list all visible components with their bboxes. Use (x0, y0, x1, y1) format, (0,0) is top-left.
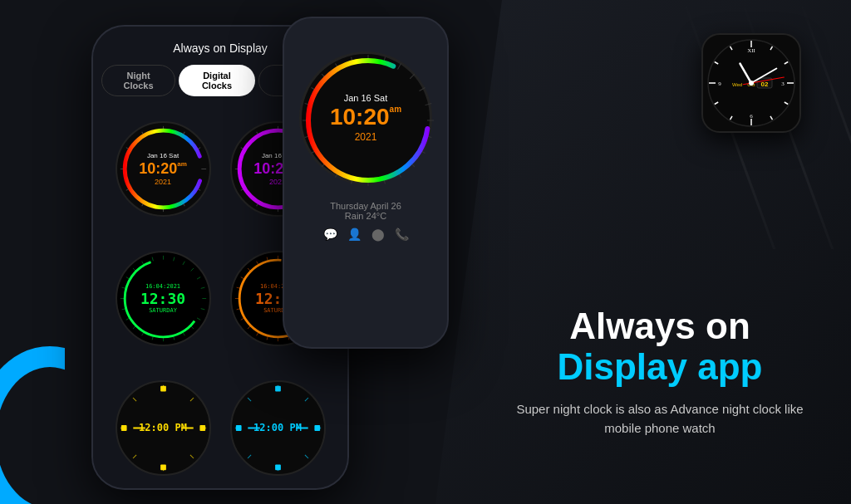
clock-cell-5[interactable]: 12:00 PM (110, 367, 216, 488)
wechat-icon: 💬 (323, 228, 337, 241)
svg-text:3: 3 (781, 81, 785, 87)
svg-text:02: 02 (761, 81, 769, 88)
svg-line-79 (189, 454, 193, 458)
clock-3: 16:04:2021 12:30 SATURDAY (116, 251, 211, 346)
featured-clock-area: Jan 16 Sat 10:20am 2021 (299, 51, 432, 184)
featured-phone: Jan 16 Sat 10:20am 2021 Thursday April 2… (283, 17, 449, 349)
clock-1: Jan 16 Sat 10:20am 2021 (116, 121, 211, 217)
person-icon: 👤 (347, 228, 362, 241)
svg-point-153 (749, 81, 754, 86)
svg-line-31 (200, 287, 204, 288)
svg-rect-101 (314, 425, 320, 431)
svg-rect-98 (275, 385, 281, 391)
tab-digital-clocks[interactable]: Digital Clocks (179, 65, 255, 96)
featured-weather: Thursday April 26 Rain 24°C 💬 👤 ⬤ 📞 (323, 201, 409, 241)
svg-line-30 (197, 276, 200, 278)
svg-line-27 (173, 257, 174, 261)
subtext: Super night clock is also as Advance nig… (502, 400, 818, 438)
svg-line-109 (426, 104, 432, 105)
svg-text:XII: XII (747, 47, 755, 54)
svg-point-50 (125, 260, 202, 337)
clock-cell-1[interactable]: Jan 16 Sat 10:20am 2021 (110, 108, 216, 229)
svg-rect-84 (160, 385, 166, 391)
watch-face-icon: XII 3 6 9 02 Wed Oct (701, 33, 801, 133)
svg-line-81 (132, 454, 135, 458)
svg-text:6: 6 (750, 113, 753, 120)
svg-line-97 (247, 397, 250, 400)
svg-line-93 (304, 454, 307, 458)
clock-cell-3[interactable]: 16:04:2021 12:30 SATURDAY (110, 237, 216, 359)
svg-rect-87 (199, 425, 205, 431)
svg-line-83 (132, 397, 135, 400)
clock-6: 12:00 PM (230, 380, 326, 476)
main-text-container: Always on Display app Super night clock … (502, 306, 818, 438)
featured-icon-row: 💬 👤 ⬤ 📞 (323, 228, 409, 241)
svg-line-34 (197, 317, 200, 319)
svg-rect-99 (275, 464, 281, 470)
svg-line-33 (200, 308, 204, 309)
featured-weather-info: Rain 24°C (323, 211, 409, 221)
clock-5: 12:00 PM (116, 380, 211, 476)
watch-icon-container: XII 3 6 9 02 Wed Oct (701, 33, 801, 133)
svg-line-108 (419, 88, 425, 91)
svg-text:9: 9 (718, 81, 721, 87)
phone-icon: 📞 (395, 228, 409, 241)
svg-line-49 (152, 257, 153, 261)
svg-line-106 (398, 64, 401, 70)
svg-line-91 (304, 397, 307, 400)
headline-line2: Display app (502, 347, 818, 387)
circle-icon: ⬤ (371, 228, 385, 241)
svg-line-28 (182, 261, 184, 264)
headline-line1: Always on (502, 306, 818, 346)
svg-rect-86 (121, 425, 126, 431)
featured-weather-date: Thursday April 26 (323, 201, 409, 211)
svg-rect-85 (160, 464, 166, 470)
svg-line-95 (247, 454, 250, 458)
tab-night-clocks[interactable]: Night Clocks (101, 65, 175, 96)
svg-line-107 (410, 74, 415, 79)
svg-rect-100 (235, 425, 241, 431)
svg-line-29 (190, 267, 193, 270)
featured-clock-face: Jan 16 Sat 10:20am 2021 (299, 51, 432, 184)
svg-point-12 (125, 130, 202, 208)
svg-line-77 (189, 397, 193, 400)
svg-text:Wed: Wed (732, 82, 742, 87)
clock-cell-6[interactable]: 12:00 PM (224, 367, 331, 488)
